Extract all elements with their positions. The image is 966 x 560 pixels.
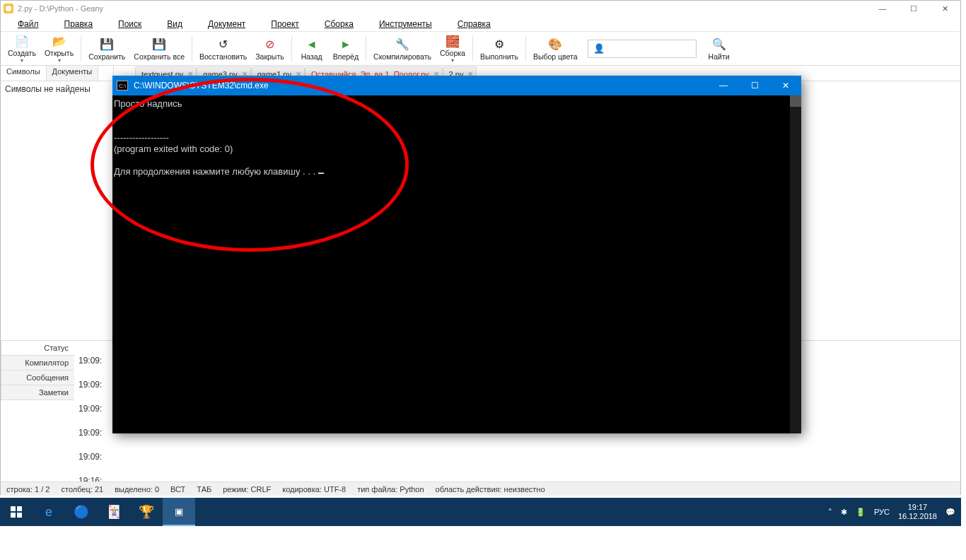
edge-icon: e: [45, 505, 52, 520]
toolbar-find[interactable]: 🔍Найти: [702, 33, 736, 64]
taskbar-cmd[interactable]: ▣: [163, 498, 195, 526]
cmd-close-button[interactable]: ✕: [770, 76, 801, 95]
windows-taskbar[interactable]: e 🔵 🃏 🏆 ▣ ˄ ✱ 🔋 РУС 19:17 16.12.2018 💬: [0, 498, 961, 526]
color-icon: 🎨: [547, 37, 563, 52]
svg-rect-0: [11, 506, 16, 511]
bluetooth-icon[interactable]: ✱: [841, 508, 847, 517]
status-insert: ВСТ: [170, 485, 185, 494]
toolbar-forward[interactable]: ►Вперёд: [329, 33, 363, 64]
geany-icon: [4, 4, 13, 13]
start-button[interactable]: [0, 498, 33, 526]
cmd-maximize-button[interactable]: ☐: [739, 76, 770, 95]
statusbar: строка: 1 / 2 столбец: 21 выделено: 0 ВС…: [1, 482, 960, 496]
taskbar-geany[interactable]: 🏆: [130, 498, 163, 526]
cmd-body[interactable]: Просто надпись ------------------ (progr…: [112, 95, 801, 433]
chrome-icon: 🔵: [74, 504, 89, 520]
toolbar-restore[interactable]: ↺Восстановить: [195, 33, 251, 64]
forward-icon: ►: [338, 37, 354, 52]
svg-rect-2: [11, 513, 16, 518]
geany-titlebar[interactable]: 2.py - D:\Python - Geany — ☐ ✕: [1, 1, 960, 16]
menu-help[interactable]: Справка: [458, 19, 504, 29]
toolbar-save-all[interactable]: 💾Сохранить все: [129, 33, 189, 64]
status-mode: режим: CRLF: [223, 485, 271, 494]
save-all-icon: 💾: [151, 37, 167, 52]
notifications-icon[interactable]: 💬: [945, 508, 955, 517]
sidebar: Символы Документы Символы не найдены: [1, 66, 114, 340]
status-col: столбец: 21: [61, 485, 103, 494]
cards-icon: 🃏: [106, 504, 122, 520]
toolbar-save[interactable]: 💾Сохранить: [84, 33, 129, 64]
language-indicator[interactable]: РУС: [874, 508, 890, 516]
cmd-title-text: C:\WINDOWS\SYSTEM32\cmd.exe: [134, 81, 269, 91]
search-input[interactable]: 👤: [588, 40, 697, 58]
status-sel: выделено: 0: [115, 485, 159, 494]
menu-project[interactable]: Проект: [271, 19, 312, 29]
cmd-scrollbar[interactable]: [790, 95, 801, 433]
system-tray[interactable]: ˄ ✱ 🔋 РУС 19:17 16.12.2018 💬: [828, 503, 961, 521]
toolbar: 📄Создать 📂Открыть 💾Сохранить 💾Сохранить …: [1, 32, 960, 66]
cmd-icon: C:\: [117, 81, 128, 91]
cursor-icon: [318, 173, 324, 174]
battery-icon[interactable]: 🔋: [856, 508, 866, 517]
status-line: строка: 1 / 2: [6, 485, 50, 494]
toolbar-separator: [192, 36, 192, 62]
taskbar-chrome[interactable]: 🔵: [65, 498, 98, 526]
symbols-empty-text: Символы не найдены: [1, 81, 113, 97]
bottom-tab-status[interactable]: Статус: [1, 340, 74, 356]
menu-document[interactable]: Документ: [208, 19, 258, 29]
open-icon: 📂: [52, 33, 67, 49]
sidebar-tab-symbols[interactable]: Символы: [1, 66, 47, 81]
toolbar-color[interactable]: 🎨Выбор цвета: [529, 33, 582, 64]
menu-view[interactable]: Вид: [167, 19, 195, 29]
save-icon: 💾: [99, 37, 115, 52]
toolbar-separator: [525, 36, 526, 62]
toolbar-open[interactable]: 📂Открыть: [40, 33, 78, 64]
geany-title-text: 2.py - D:\Python - Geany: [18, 4, 103, 13]
tray-chevron-up-icon[interactable]: ˄: [828, 508, 832, 517]
cmd-titlebar[interactable]: C:\ C:\WINDOWS\SYSTEM32\cmd.exe — ☐ ✕: [112, 76, 801, 95]
windows-icon: [11, 506, 22, 518]
bottom-tab-messages[interactable]: Сообщения: [1, 370, 74, 385]
minimize-button[interactable]: —: [867, 1, 898, 16]
search-person-icon: 👤: [591, 41, 607, 57]
toolbar-back[interactable]: ◄Назад: [295, 33, 329, 64]
toolbar-run[interactable]: ⚙Выполнить: [476, 33, 523, 64]
scrollbar-thumb[interactable]: [790, 95, 801, 107]
toolbar-create[interactable]: 📄Создать: [4, 33, 40, 64]
sidebar-tab-documents[interactable]: Документы: [47, 66, 99, 81]
menu-search[interactable]: Поиск: [118, 19, 154, 29]
status-encoding: кодировка: UTF-8: [282, 485, 346, 494]
toolbar-compile[interactable]: 🔧Скомпилировать: [369, 33, 436, 64]
cmd-window[interactable]: C:\ C:\WINDOWS\SYSTEM32\cmd.exe — ☐ ✕ Пр…: [112, 76, 801, 433]
geany-taskbar-icon: 🏆: [139, 504, 154, 520]
restore-icon: ↺: [216, 37, 231, 52]
tray-clock[interactable]: 19:17 16.12.2018: [898, 503, 937, 521]
menu-edit[interactable]: Правка: [64, 19, 106, 29]
svg-rect-3: [17, 513, 22, 518]
log-line: 19:09:: [78, 450, 956, 464]
maximize-button[interactable]: ☐: [898, 1, 929, 16]
toolbar-separator: [472, 36, 473, 62]
log-line: 19:16:: [78, 474, 956, 482]
toolbar-build[interactable]: 🧱Сборка: [436, 33, 470, 64]
compile-icon: 🔧: [395, 37, 410, 52]
cmd-output: Просто надпись ------------------ (progr…: [112, 95, 801, 180]
taskbar-edge[interactable]: e: [33, 498, 65, 526]
menu-file[interactable]: Файл: [18, 19, 52, 29]
tray-time: 19:17: [898, 503, 937, 512]
back-icon: ◄: [304, 37, 320, 52]
toolbar-separator: [366, 36, 366, 62]
close-button[interactable]: ✕: [929, 1, 960, 16]
svg-rect-1: [17, 506, 22, 511]
status-tab: ТАБ: [197, 485, 211, 494]
menu-build[interactable]: Сборка: [325, 19, 366, 29]
menu-tools[interactable]: Инструменты: [379, 19, 445, 29]
taskbar-app[interactable]: 🃏: [98, 498, 130, 526]
cmd-minimize-button[interactable]: —: [708, 76, 739, 95]
build-icon: 🧱: [445, 33, 460, 49]
toolbar-close[interactable]: ⊘Закрыть: [251, 33, 288, 64]
close-doc-icon: ⊘: [262, 37, 277, 52]
bottom-tab-notes[interactable]: Заметки: [1, 385, 74, 400]
toolbar-separator: [81, 36, 81, 62]
bottom-tab-compiler[interactable]: Компилятор: [1, 355, 74, 371]
